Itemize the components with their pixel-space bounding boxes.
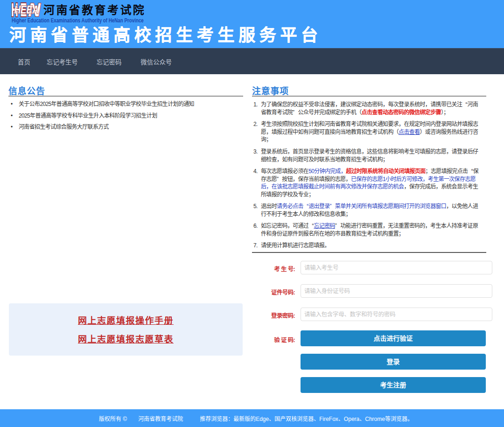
svg-text:HEEA: HEEA [14, 4, 38, 15]
